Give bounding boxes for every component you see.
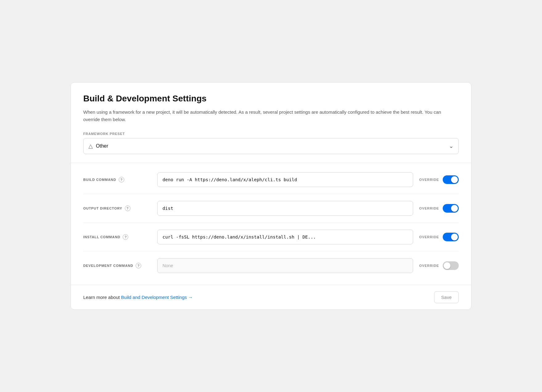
framework-preset-select[interactable]: △ Other ⌄ xyxy=(83,138,459,154)
output-directory-row: OUTPUT DIRECTORY ? OVERRIDE xyxy=(83,194,459,223)
output-directory-help-icon[interactable]: ? xyxy=(125,206,130,211)
build-command-row: BUILD COMMAND ? OVERRIDE xyxy=(83,165,459,194)
install-command-row: INSTALL COMMAND ? OVERRIDE xyxy=(83,223,459,251)
chevron-down-icon: ⌄ xyxy=(449,143,454,149)
build-command-help-icon[interactable]: ? xyxy=(119,177,124,182)
development-command-help-icon[interactable]: ? xyxy=(136,263,141,268)
card-footer: Learn more about Build and Development S… xyxy=(71,285,471,309)
install-command-label-group: INSTALL COMMAND ? xyxy=(83,234,151,240)
framework-preset-label: FRAMEWORK PRESET xyxy=(83,132,459,136)
development-command-row: DEVELOPMENT COMMAND ? OVERRIDE xyxy=(83,251,459,280)
install-command-input[interactable] xyxy=(157,230,413,244)
footer-link[interactable]: Build and Development Settings → xyxy=(121,295,193,300)
output-directory-label: OUTPUT DIRECTORY xyxy=(83,206,122,210)
framework-preset-section: FRAMEWORK PRESET △ Other ⌄ xyxy=(83,132,459,154)
build-command-toggle[interactable] xyxy=(443,175,459,184)
install-command-help-icon[interactable]: ? xyxy=(123,234,128,240)
build-command-label: BUILD COMMAND xyxy=(83,178,116,182)
output-directory-override: OVERRIDE xyxy=(419,204,459,213)
development-command-input[interactable] xyxy=(157,258,413,273)
install-command-toggle[interactable] xyxy=(443,233,459,241)
development-command-toggle-slider xyxy=(443,261,459,270)
build-command-override-label: OVERRIDE xyxy=(419,178,439,182)
development-command-label: DEVELOPMENT COMMAND xyxy=(83,264,133,267)
footer-link-group: Learn more about Build and Development S… xyxy=(83,295,193,300)
development-command-toggle[interactable] xyxy=(443,261,459,270)
output-directory-toggle-slider xyxy=(443,204,459,213)
output-directory-label-group: OUTPUT DIRECTORY ? xyxy=(83,206,151,211)
development-command-override: OVERRIDE xyxy=(419,261,459,270)
framework-icon: △ xyxy=(88,143,93,149)
framework-selected-value: Other xyxy=(96,143,449,149)
page-description: When using a framework for a new project… xyxy=(83,108,459,123)
install-command-override: OVERRIDE xyxy=(419,233,459,241)
footer-link-prefix: Learn more about xyxy=(83,295,121,300)
output-directory-override-label: OVERRIDE xyxy=(419,206,439,210)
settings-rows: BUILD COMMAND ? OVERRIDE OUTPUT DIRECTOR… xyxy=(83,163,459,282)
page-title: Build & Development Settings xyxy=(83,94,459,104)
output-directory-toggle[interactable] xyxy=(443,204,459,213)
build-command-override: OVERRIDE xyxy=(419,175,459,184)
install-command-toggle-slider xyxy=(443,233,459,241)
install-command-label: INSTALL COMMAND xyxy=(83,235,120,239)
install-command-override-label: OVERRIDE xyxy=(419,235,439,239)
settings-card: Build & Development Settings When using … xyxy=(71,82,471,310)
build-command-label-group: BUILD COMMAND ? xyxy=(83,177,151,182)
build-command-input[interactable] xyxy=(157,172,413,187)
build-command-toggle-slider xyxy=(443,175,459,184)
output-directory-input[interactable] xyxy=(157,201,413,216)
development-command-override-label: OVERRIDE xyxy=(419,264,439,267)
development-command-label-group: DEVELOPMENT COMMAND ? xyxy=(83,263,151,268)
save-button[interactable]: Save xyxy=(434,291,459,303)
card-body: Build & Development Settings When using … xyxy=(71,83,471,282)
